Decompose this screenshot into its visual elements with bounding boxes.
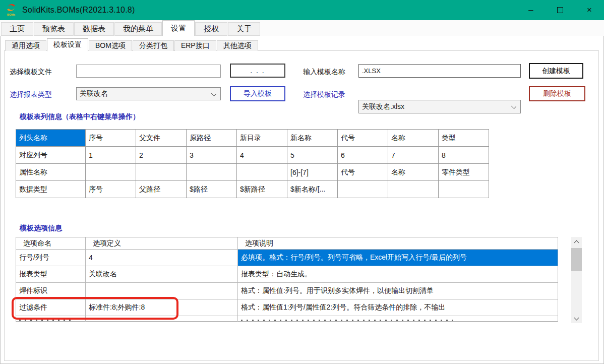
grid-cell[interactable]: 7 [388,147,439,164]
grid-cell[interactable] [439,181,489,198]
grid-cell[interactable] [187,164,237,181]
menu-tab-3[interactable]: 我的菜单 [114,22,162,36]
import-template-button[interactable]: 导入模板 [230,86,285,101]
option-definition[interactable] [86,283,238,299]
grid-row: 对应列号12345678 [16,147,489,164]
options-partial-row [16,316,558,322]
option-name[interactable]: 报表类型 [16,266,86,283]
options-row: 焊件标识格式：属性值:列号。用于识别多实体焊件，以便输出切割清单 [16,283,558,299]
option-definition[interactable]: 4 [86,250,238,266]
grid-cell[interactable]: 对应列号 [16,147,86,164]
title-bar: BOMs SolidKits.BOMs(R2021.3.10.8) – × [0,0,604,20]
options-scrollbar[interactable] [571,237,582,323]
menu-tab-2[interactable]: 数据表 [74,22,114,36]
chevron-down-icon [511,104,516,109]
template-record-select[interactable]: 关联改名.xlsx [358,100,521,113]
report-type-value: 关联改名 [80,89,108,98]
grid-cell[interactable]: $路径 [187,181,237,198]
grid-row: 列头名称序号父文件原路径新目录新名称代号名称类型 [16,130,489,147]
template-settings-page: 选择模板文件 . . . 输入模板名称 .XLSX 创建模板 选择报表类型 关联… [4,50,599,361]
grid-cell[interactable]: 父文件 [136,130,187,147]
menu-tab-4[interactable]: 设置 [162,20,195,36]
grid-cell[interactable]: 1 [86,147,136,164]
grid-cell[interactable]: 列头名称 [16,130,86,147]
option-partial-cell [86,316,238,322]
minimize-button[interactable]: – [516,0,546,20]
grid-cell[interactable]: 2 [136,147,187,164]
create-template-button[interactable]: 创建模板 [529,63,583,79]
subtab-2[interactable]: BOM选项 [89,40,132,51]
maximize-icon [557,7,563,13]
grid-cell[interactable]: 6 [338,147,388,164]
grid-cell[interactable]: 代号 [338,130,388,147]
window-title: SolidKits.BOMs(R2021.3.10.8) [22,6,135,15]
grid-cell[interactable]: 零件类型 [439,164,489,181]
grid-cell[interactable]: 父路径 [136,181,187,198]
subtab-1[interactable]: 模板设置 [47,38,88,51]
grid-cell[interactable] [388,181,439,198]
grid-cell[interactable]: 数据类型 [16,181,86,198]
menu-tab-5[interactable]: 授权 [195,22,227,36]
report-type-select[interactable]: 关联改名 [76,87,221,100]
grid-cell[interactable]: $新路径 [237,181,287,198]
template-file-input[interactable] [76,65,221,78]
option-definition[interactable]: 关联改名 [86,266,238,283]
grid-cell[interactable]: 序号 [86,130,136,147]
template-columns-table: 列头名称序号父文件原路径新目录新名称代号名称类型对应列号12345678属性名称… [16,129,489,198]
report-type-label: 选择报表类型 [10,90,52,99]
options-row: 报表类型关联改名报表类型：自动生成。 [16,266,558,283]
menu-tab-0[interactable]: 主页 [1,22,33,36]
menu-tab-1[interactable]: 预览表 [34,22,74,36]
options-row: 过滤条件标准件:8;外购件:8格式：属性值1:列号/属性值2:列号。符合筛选条件… [16,299,558,316]
grid-cell[interactable]: 属性名称 [16,164,86,181]
template-name-input[interactable]: .XLSX [358,64,521,78]
option-description[interactable]: 格式：属性值:列号。用于识别多实体焊件，以便输出切割清单 [238,283,558,299]
subtab-0[interactable]: 通用选项 [5,40,46,51]
options-header-name: 选项命名 [16,237,86,250]
grid-cell[interactable]: $新名称/[... [287,181,338,198]
grid-cell[interactable]: 8 [439,147,489,164]
menu-tab-6[interactable]: 关于 [228,22,260,36]
grid-cell[interactable]: 类型 [439,130,489,147]
grid-cell[interactable]: [6]-[7] [287,164,338,181]
grid-cell[interactable]: 原路径 [187,130,237,147]
grid-cell[interactable]: 名称 [388,164,439,181]
grid-cell[interactable]: 代号 [338,164,388,181]
grid-cell[interactable]: 新名称 [287,130,338,147]
option-name[interactable]: 过滤条件 [16,299,86,316]
scroll-down-icon[interactable] [571,314,582,323]
scroll-up-icon[interactable] [571,237,582,247]
close-button[interactable]: × [575,0,604,20]
option-name[interactable]: 焊件标识 [16,283,86,299]
option-description[interactable]: 必填项。格式：行号/列号。列号可省略，Excel开始写入行号/最后的列号 [238,250,558,266]
option-description[interactable]: 格式：属性值1:列号/属性值2:列号。符合筛选条件的排除，不输出 [238,299,558,316]
columns-section-title: 模板表列信息（表格中右键菜单操作） [20,112,140,122]
options-header-row: 选项命名 选项定义 选项说明 [16,237,558,250]
option-name[interactable]: 行号/列号 [16,250,86,266]
grid-cell[interactable]: 名称 [388,130,439,147]
grid-cell[interactable] [338,181,388,198]
delete-template-button[interactable]: 删除模板 [529,86,585,101]
app-logo-icon: BOMs [4,3,18,17]
maximize-button[interactable] [546,0,575,20]
grid-cell[interactable]: 4 [237,147,287,164]
option-definition[interactable]: 标准件:8;外购件:8 [86,299,238,316]
option-description[interactable]: 报表类型：自动生成。 [238,266,558,283]
subtab-3[interactable]: 分类打包 [133,40,174,51]
grid-cell[interactable]: 5 [287,147,338,164]
grid-cell[interactable] [237,164,287,181]
subtab-5[interactable]: 其他选项 [217,40,258,51]
subtab-4[interactable]: ERP接口 [174,40,216,51]
grid-cell[interactable]: 新目录 [237,130,287,147]
scrollbar-thumb[interactable] [571,248,582,271]
app-window: BOMs SolidKits.BOMs(R2021.3.10.8) – × 主页… [0,0,604,364]
chevron-down-icon [211,91,216,96]
grid-cell[interactable]: 3 [187,147,237,164]
grid-cell[interactable]: 序号 [86,181,136,198]
browse-button[interactable]: . . . [230,64,285,78]
grid-cell[interactable] [86,164,136,181]
template-file-label: 选择模板文件 [10,68,52,77]
grid-cell[interactable] [136,164,187,181]
option-partial-cell [16,316,86,322]
template-name-label: 输入模板名称 [303,68,345,77]
